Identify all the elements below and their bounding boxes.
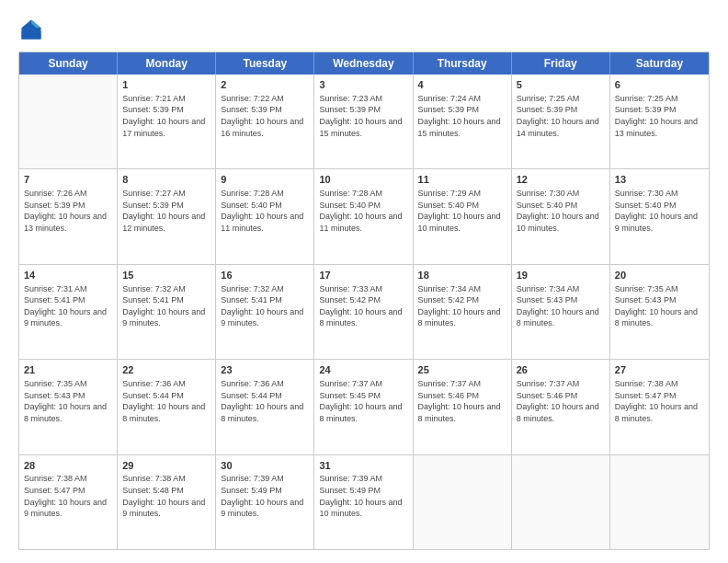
calendar-cell: 31Sunrise: 7:39 AM Sunset: 5:49 PM Dayli… [314,455,413,549]
header-day-thursday: Thursday [414,52,512,75]
header [18,17,710,42]
day-number: 14 [24,269,112,282]
calendar-cell: 13Sunrise: 7:30 AM Sunset: 5:40 PM Dayli… [610,169,709,263]
cell-info: Sunrise: 7:31 AM Sunset: 5:41 PM Dayligh… [24,283,112,329]
cell-info: Sunrise: 7:32 AM Sunset: 5:41 PM Dayligh… [122,283,210,329]
cell-info: Sunrise: 7:28 AM Sunset: 5:40 PM Dayligh… [221,188,309,234]
logo [18,17,48,42]
day-number: 21 [24,363,112,377]
day-number: 6 [615,78,704,92]
calendar-cell: 7Sunrise: 7:26 AM Sunset: 5:39 PM Daylig… [19,169,118,263]
day-number: 31 [319,459,407,473]
calendar-cell: 2Sunrise: 7:22 AM Sunset: 5:39 PM Daylig… [216,75,314,168]
calendar-cell: 11Sunrise: 7:29 AM Sunset: 5:40 PM Dayli… [414,169,512,263]
cell-info: Sunrise: 7:24 AM Sunset: 5:39 PM Dayligh… [418,93,506,139]
calendar-cell: 28Sunrise: 7:38 AM Sunset: 5:47 PM Dayli… [19,455,118,549]
calendar-cell: 30Sunrise: 7:39 AM Sunset: 5:49 PM Dayli… [216,455,314,549]
calendar-cell [19,75,118,168]
day-number: 2 [221,78,309,92]
cell-info: Sunrise: 7:22 AM Sunset: 5:39 PM Dayligh… [221,93,309,139]
header-day-monday: Monday [118,52,216,75]
cell-info: Sunrise: 7:37 AM Sunset: 5:46 PM Dayligh… [517,378,605,424]
calendar-cell: 19Sunrise: 7:34 AM Sunset: 5:43 PM Dayli… [512,265,610,359]
calendar-cell: 1Sunrise: 7:21 AM Sunset: 5:39 PM Daylig… [118,75,216,168]
day-number: 20 [615,269,704,282]
calendar-cell: 6Sunrise: 7:25 AM Sunset: 5:39 PM Daylig… [610,75,709,168]
cell-info: Sunrise: 7:38 AM Sunset: 5:47 PM Dayligh… [24,473,112,519]
calendar-row-0: 1Sunrise: 7:21 AM Sunset: 5:39 PM Daylig… [19,75,709,169]
calendar-cell: 22Sunrise: 7:36 AM Sunset: 5:44 PM Dayli… [118,360,216,454]
day-number: 15 [122,269,210,282]
calendar-row-2: 14Sunrise: 7:31 AM Sunset: 5:41 PM Dayli… [19,265,709,360]
cell-info: Sunrise: 7:39 AM Sunset: 5:49 PM Dayligh… [319,473,407,519]
cell-info: Sunrise: 7:36 AM Sunset: 5:44 PM Dayligh… [122,378,210,424]
calendar-cell [610,455,709,549]
cell-info: Sunrise: 7:34 AM Sunset: 5:43 PM Dayligh… [517,283,605,329]
day-number: 13 [615,173,704,187]
day-number: 27 [615,363,704,377]
cell-info: Sunrise: 7:25 AM Sunset: 5:39 PM Dayligh… [517,93,605,139]
logo-icon [18,17,44,42]
page: SundayMondayTuesdayWednesdayThursdayFrid… [0,0,728,563]
header-day-tuesday: Tuesday [216,52,314,75]
header-day-saturday: Saturday [610,52,709,75]
cell-info: Sunrise: 7:27 AM Sunset: 5:39 PM Dayligh… [122,188,210,234]
calendar-cell: 24Sunrise: 7:37 AM Sunset: 5:45 PM Dayli… [314,360,413,454]
cell-info: Sunrise: 7:29 AM Sunset: 5:40 PM Dayligh… [418,188,506,234]
day-number: 3 [319,78,407,92]
svg-rect-2 [22,31,41,40]
cell-info: Sunrise: 7:26 AM Sunset: 5:39 PM Dayligh… [24,188,112,234]
day-number: 8 [122,173,210,187]
day-number: 7 [24,173,112,187]
cell-info: Sunrise: 7:38 AM Sunset: 5:48 PM Dayligh… [122,473,210,519]
header-day-sunday: Sunday [19,52,118,75]
cell-info: Sunrise: 7:39 AM Sunset: 5:49 PM Dayligh… [221,473,309,519]
calendar-header: SundayMondayTuesdayWednesdayThursdayFrid… [19,52,709,75]
calendar-cell [414,455,512,549]
day-number: 12 [517,173,605,187]
day-number: 29 [122,459,210,473]
day-number: 18 [418,269,506,282]
day-number: 16 [221,269,309,282]
day-number: 30 [221,459,309,473]
cell-info: Sunrise: 7:30 AM Sunset: 5:40 PM Dayligh… [615,188,704,234]
calendar-row-1: 7Sunrise: 7:26 AM Sunset: 5:39 PM Daylig… [19,169,709,264]
calendar-cell: 16Sunrise: 7:32 AM Sunset: 5:41 PM Dayli… [216,265,314,359]
day-number: 9 [221,173,309,187]
cell-info: Sunrise: 7:35 AM Sunset: 5:43 PM Dayligh… [615,283,704,329]
calendar-cell: 8Sunrise: 7:27 AM Sunset: 5:39 PM Daylig… [118,169,216,263]
calendar-cell [512,455,610,549]
cell-info: Sunrise: 7:37 AM Sunset: 5:45 PM Dayligh… [319,378,407,424]
day-number: 23 [221,363,309,377]
cell-info: Sunrise: 7:25 AM Sunset: 5:39 PM Dayligh… [615,93,704,139]
day-number: 17 [319,269,407,282]
header-day-friday: Friday [512,52,610,75]
day-number: 22 [122,363,210,377]
calendar-cell: 21Sunrise: 7:35 AM Sunset: 5:43 PM Dayli… [19,360,118,454]
cell-info: Sunrise: 7:30 AM Sunset: 5:40 PM Dayligh… [517,188,605,234]
calendar: SundayMondayTuesdayWednesdayThursdayFrid… [18,52,710,550]
calendar-row-3: 21Sunrise: 7:35 AM Sunset: 5:43 PM Dayli… [19,360,709,454]
calendar-cell: 25Sunrise: 7:37 AM Sunset: 5:46 PM Dayli… [414,360,512,454]
day-number: 1 [122,78,210,92]
day-number: 28 [24,459,112,473]
cell-info: Sunrise: 7:36 AM Sunset: 5:44 PM Dayligh… [221,378,309,424]
calendar-cell: 9Sunrise: 7:28 AM Sunset: 5:40 PM Daylig… [216,169,314,263]
calendar-cell: 12Sunrise: 7:30 AM Sunset: 5:40 PM Dayli… [512,169,610,263]
calendar-row-4: 28Sunrise: 7:38 AM Sunset: 5:47 PM Dayli… [19,455,709,549]
day-number: 5 [517,78,605,92]
calendar-cell: 5Sunrise: 7:25 AM Sunset: 5:39 PM Daylig… [512,75,610,168]
calendar-cell: 26Sunrise: 7:37 AM Sunset: 5:46 PM Dayli… [512,360,610,454]
day-number: 26 [517,363,605,377]
day-number: 4 [418,78,506,92]
cell-info: Sunrise: 7:28 AM Sunset: 5:40 PM Dayligh… [319,188,407,234]
calendar-cell: 23Sunrise: 7:36 AM Sunset: 5:44 PM Dayli… [216,360,314,454]
day-number: 19 [517,269,605,282]
day-number: 11 [418,173,506,187]
calendar-cell: 3Sunrise: 7:23 AM Sunset: 5:39 PM Daylig… [314,75,413,168]
day-number: 25 [418,363,506,377]
cell-info: Sunrise: 7:23 AM Sunset: 5:39 PM Dayligh… [319,93,407,139]
calendar-cell: 17Sunrise: 7:33 AM Sunset: 5:42 PM Dayli… [314,265,413,359]
calendar-cell: 27Sunrise: 7:38 AM Sunset: 5:47 PM Dayli… [610,360,709,454]
calendar-cell: 10Sunrise: 7:28 AM Sunset: 5:40 PM Dayli… [314,169,413,263]
